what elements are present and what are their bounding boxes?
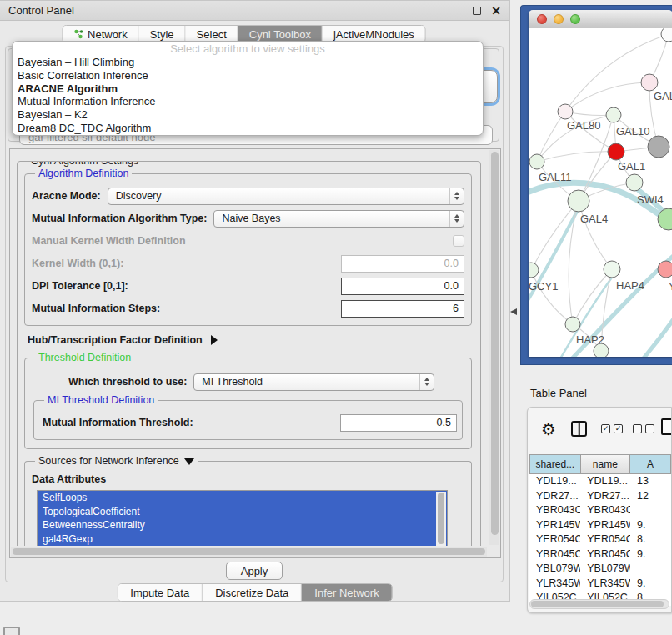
- settings-vertical-scrollbar[interactable]: [489, 150, 499, 545]
- node-gal11[interactable]: [529, 154, 544, 169]
- edge[interactable]: [605, 297, 672, 357]
- edge[interactable]: [579, 201, 612, 269]
- mi-type-combo[interactable]: Naive Bayes: [213, 210, 464, 228]
- document-icon[interactable]: [661, 418, 672, 435]
- attribute-item[interactable]: SelfLoops: [38, 491, 447, 505]
- tab-impute-data[interactable]: Impute Data: [118, 584, 203, 601]
- algorithm-option[interactable]: Basic Correlation Inference: [13, 69, 483, 82]
- table-row[interactable]: YDL19...YDL19...13: [529, 474, 671, 489]
- node[interactable]: [648, 136, 669, 158]
- table-row[interactable]: YBL079WYBL079W: [529, 562, 671, 577]
- node-gal1[interactable]: [608, 143, 624, 160]
- column-header[interactable]: name: [581, 454, 631, 474]
- columns-icon[interactable]: [571, 421, 587, 437]
- node-gal4[interactable]: [568, 190, 589, 212]
- node-y[interactable]: [658, 261, 672, 278]
- network-canvas[interactable]: GALGAL80GAL10GAL1GAL11SWI4GAL4GCY1HAP4YH…: [529, 28, 672, 357]
- tab-label: jActiveMNodules: [333, 28, 414, 41]
- tab-select[interactable]: Select: [186, 26, 238, 42]
- apply-button[interactable]: Apply: [226, 562, 283, 580]
- node-hap4[interactable]: [604, 261, 620, 278]
- edge[interactable]: [565, 82, 649, 112]
- node[interactable]: [661, 28, 672, 42]
- column-header[interactable]: A: [630, 454, 671, 474]
- collapsed-panel-button[interactable]: [3, 627, 20, 635]
- node-swi4[interactable]: [626, 174, 643, 191]
- node-gcy1[interactable]: [529, 262, 539, 278]
- tab-cyni-toolbox[interactable]: Cyni Toolbox: [238, 26, 323, 42]
- float-icon[interactable]: [473, 7, 481, 15]
- node-gal10[interactable]: [606, 108, 621, 122]
- zoom-traffic-light[interactable]: [570, 14, 580, 24]
- node-gal[interactable]: [641, 74, 658, 91]
- mi-steps-row: Mutual Information Steps: 6: [32, 298, 464, 318]
- algorithm-option[interactable]: ARACNE Algorithm: [13, 82, 483, 96]
- table-toolbar: ⚙ ✓ ✓: [528, 408, 671, 451]
- close-icon[interactable]: ✕: [491, 7, 501, 15]
- mi-threshold-group: MI Threshold Definition Mutual Informati…: [33, 400, 463, 440]
- attribute-item[interactable]: TopologicalCoefficient: [38, 505, 447, 519]
- which-threshold-combo[interactable]: MI Threshold: [193, 373, 434, 391]
- dpi-tolerance-label: DPI Tolerance [0,1]:: [32, 280, 128, 292]
- table-cell: [630, 562, 671, 577]
- mi-threshold-field[interactable]: 0.5: [340, 414, 457, 432]
- algorithm-option[interactable]: Bayesian – K2: [13, 108, 483, 122]
- table-row[interactable]: YDR27...YDR27...12: [529, 489, 671, 504]
- table-cell: YBR043C: [580, 503, 630, 518]
- edge[interactable]: [537, 152, 616, 162]
- list-scrollbar[interactable]: [436, 492, 446, 546]
- aracne-mode-combo[interactable]: Discovery: [108, 188, 464, 205]
- table-row[interactable]: YBR045CYBR045C9.: [529, 548, 671, 562]
- checked-boxes-icon[interactable]: ✓: [614, 424, 623, 433]
- data-attributes-list[interactable]: SelfLoopsTopologicalCoefficientBetweenne…: [37, 490, 448, 546]
- algorithm-option[interactable]: Dream8 DC_TDC Algorithm: [13, 122, 483, 135]
- table-row[interactable]: YLR345WYLR345W9.: [529, 577, 671, 592]
- settings-horizontal-scrollbar[interactable]: [11, 547, 487, 557]
- sources-title[interactable]: Sources for Network Inference: [35, 455, 198, 467]
- table-row[interactable]: YER054CYER054C8.: [529, 532, 671, 548]
- manual-kernel-row: Manual Kernel Width Definition: [32, 231, 464, 251]
- algorithm-option[interactable]: Mutual Information Inference: [13, 95, 483, 108]
- table-cell: 9.: [630, 518, 671, 533]
- attribute-item[interactable]: BetweennessCentrality: [38, 518, 447, 532]
- tab-network[interactable]: Network: [63, 26, 139, 42]
- tab-infer-network[interactable]: Infer Network: [302, 584, 391, 601]
- tab-label: Network: [88, 28, 128, 41]
- kernel-width-row: Kernel Width (0,1): 0.0: [32, 253, 464, 273]
- table-row[interactable]: YBR043CYBR043C: [529, 503, 671, 518]
- node-gal80[interactable]: [558, 104, 573, 119]
- tab-style[interactable]: Style: [139, 26, 186, 42]
- kernel-width-field[interactable]: 0.0: [341, 255, 464, 272]
- close-traffic-light[interactable]: [537, 14, 547, 24]
- table-cell: YBR045C: [580, 548, 630, 562]
- attribute-item[interactable]: gal4RGexp: [38, 532, 447, 547]
- tab-discretize-data[interactable]: Discretize Data: [203, 584, 302, 601]
- table-cell: 12: [630, 489, 671, 504]
- mi-threshold-label: Mutual Information Threshold:: [43, 417, 193, 428]
- edge[interactable]: [529, 205, 580, 310]
- minimize-traffic-light[interactable]: [554, 14, 564, 24]
- table-cell: YDL19...: [529, 474, 580, 489]
- node-hap2[interactable]: [565, 317, 580, 332]
- mi-threshold-row: Mutual Information Threshold: 0.5: [39, 412, 457, 432]
- tab-jactivemnodules[interactable]: jActiveMNodules: [323, 26, 425, 42]
- hub-definition-label: Hub/Transcription Factor Definition: [28, 334, 203, 346]
- dpi-tolerance-field[interactable]: 0.0: [341, 278, 464, 295]
- network-window: GALGAL80GAL10GAL1GAL11SWI4GAL4GCY1HAP4YH…: [529, 10, 672, 357]
- table-cell: 8.: [630, 532, 671, 548]
- checked-boxes-icon[interactable]: ✓: [601, 424, 610, 433]
- hub-definition-toggle[interactable]: Hub/Transcription Factor Definition: [28, 334, 472, 346]
- gear-icon[interactable]: ⚙: [541, 421, 556, 438]
- table-row[interactable]: YPR145WYPR145W9.: [529, 518, 671, 533]
- edge[interactable]: [531, 270, 573, 324]
- unchecked-boxes-icon[interactable]: [645, 424, 654, 433]
- algorithm-option[interactable]: Bayesian – Hill Climbing: [13, 56, 483, 69]
- table-horizontal-scrollbar[interactable]: [529, 599, 669, 609]
- mi-threshold-group-title: MI Threshold Definition: [44, 394, 158, 406]
- manual-kernel-checkbox[interactable]: [453, 235, 464, 247]
- mi-steps-field[interactable]: 6: [341, 300, 464, 318]
- aracne-mode-row: Aracne Mode: Discovery: [32, 186, 464, 206]
- column-header[interactable]: shared...: [529, 454, 581, 474]
- node-label: HAP2: [576, 333, 604, 346]
- unchecked-boxes-icon[interactable]: [633, 424, 642, 433]
